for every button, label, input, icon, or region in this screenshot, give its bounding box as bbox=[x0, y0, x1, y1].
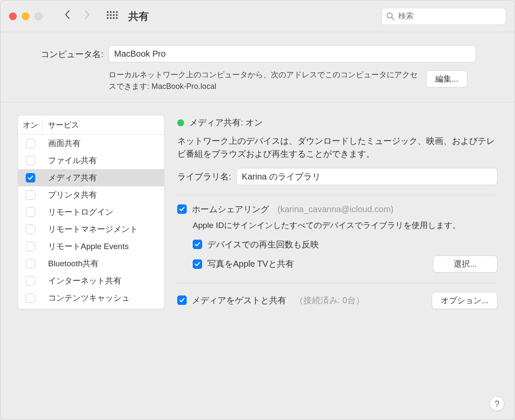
search-icon bbox=[386, 12, 395, 21]
service-checkbox[interactable] bbox=[26, 173, 35, 183]
help-button[interactable]: ? bbox=[490, 396, 504, 411]
status-text: メディア共有: オン bbox=[189, 117, 263, 128]
titlebar: 共有 bbox=[0, 0, 515, 32]
service-name: プリンタ共有 bbox=[43, 189, 97, 201]
service-row[interactable]: 画面共有 bbox=[18, 135, 164, 152]
service-name: リモートマネージメント bbox=[43, 224, 138, 235]
home-sharing-desc: Apple IDにサインインしたすべてのデバイスでライブラリを使用します。 bbox=[193, 219, 497, 232]
photos-appletv-checkbox[interactable] bbox=[193, 259, 202, 269]
home-sharing-account: (karina_cavanna@icloud.com) bbox=[278, 204, 394, 214]
pane-title: 共有 bbox=[128, 9, 149, 23]
options-button[interactable]: オプション... bbox=[432, 292, 497, 309]
service-name: ファイル共有 bbox=[43, 155, 97, 166]
library-name-field[interactable] bbox=[236, 168, 497, 185]
guest-sharing-label: メディアをゲストと共有 bbox=[192, 295, 286, 305]
service-checkbox[interactable] bbox=[26, 293, 35, 303]
service-row[interactable]: リモートログイン bbox=[18, 204, 164, 221]
guest-sharing-status: （接続済み: 0台） bbox=[295, 295, 364, 305]
close-window-button[interactable] bbox=[9, 12, 17, 20]
service-name: リモートApple Events bbox=[43, 241, 129, 252]
search-box[interactable] bbox=[382, 8, 506, 25]
main-section: オン サービス 画面共有ファイル共有メディア共有プリンタ共有リモートログインリモ… bbox=[0, 102, 515, 322]
search-input[interactable] bbox=[398, 12, 501, 21]
service-checkbox[interactable] bbox=[26, 139, 35, 148]
service-name: コンテンツキャッシュ bbox=[43, 292, 130, 304]
forward-button bbox=[84, 9, 91, 23]
home-sharing-label: ホームシェアリング bbox=[192, 204, 269, 214]
play-count-checkbox[interactable] bbox=[193, 240, 202, 249]
status-indicator-icon bbox=[177, 119, 184, 126]
divider bbox=[177, 195, 497, 195]
service-row[interactable]: ファイル共有 bbox=[18, 152, 164, 169]
col-service-header: サービス bbox=[43, 116, 84, 134]
edit-button[interactable]: 編集... bbox=[426, 70, 467, 88]
window-controls bbox=[9, 12, 42, 20]
select-button[interactable]: 選択... bbox=[433, 256, 497, 273]
service-row[interactable]: プリンタ共有 bbox=[18, 186, 164, 204]
nav-arrows bbox=[64, 9, 91, 23]
minimize-window-button[interactable] bbox=[22, 12, 30, 20]
col-on-header: オン bbox=[18, 116, 43, 134]
zoom-window-button bbox=[35, 12, 42, 20]
service-name: メディア共有 bbox=[43, 172, 97, 183]
service-name: インターネット共有 bbox=[43, 275, 121, 286]
service-row[interactable]: メディア共有 bbox=[18, 169, 164, 186]
service-list-header: オン サービス bbox=[18, 116, 164, 135]
service-name: リモートログイン bbox=[43, 207, 113, 218]
svg-point-0 bbox=[387, 13, 392, 18]
service-checkbox[interactable] bbox=[26, 259, 35, 268]
divider bbox=[177, 283, 497, 283]
guest-sharing-checkbox[interactable] bbox=[177, 295, 187, 305]
service-checkbox[interactable] bbox=[26, 190, 35, 200]
service-name: Bluetooth共有 bbox=[43, 258, 99, 269]
play-count-label: デバイスでの再生回数も反映 bbox=[207, 239, 319, 250]
service-row[interactable]: Bluetooth共有 bbox=[18, 255, 164, 272]
computer-name-section: コンピュータ名: ローカルネットワーク上のコンピュータから、次のアドレスでこのコ… bbox=[0, 32, 515, 102]
library-name-label: ライブラリ名: bbox=[177, 171, 231, 183]
service-checkbox[interactable] bbox=[26, 242, 35, 251]
service-checkbox[interactable] bbox=[26, 207, 35, 217]
local-address-desc: ローカルネットワーク上のコンピュータから、次のアドレスでこのコンピュータにアクセ… bbox=[109, 69, 418, 92]
detail-pane: メディア共有: オン ネットワーク上のデバイスは、ダウンロードしたミュージック、… bbox=[177, 115, 502, 309]
photos-appletv-label: 写真をApple TVと共有 bbox=[207, 258, 294, 270]
home-sharing-checkbox[interactable] bbox=[177, 204, 187, 214]
service-checkbox[interactable] bbox=[26, 225, 35, 234]
show-all-icon[interactable] bbox=[107, 11, 117, 21]
sharing-prefs-window: 共有 コンピュータ名: ローカルネットワーク上のコンピュータから、次のアドレスで… bbox=[0, 0, 515, 420]
service-row[interactable]: リモートApple Events bbox=[18, 238, 164, 255]
svg-line-1 bbox=[392, 18, 394, 20]
service-name: 画面共有 bbox=[43, 138, 81, 149]
service-row[interactable]: リモートマネージメント bbox=[18, 221, 164, 238]
computer-name-field[interactable] bbox=[109, 45, 476, 62]
service-description: ネットワーク上のデバイスは、ダウンロードしたミュージック、映画、およびテレビ番組… bbox=[177, 134, 497, 160]
service-row[interactable]: インターネット共有 bbox=[18, 272, 164, 289]
service-checkbox[interactable] bbox=[26, 156, 35, 165]
back-button[interactable] bbox=[64, 9, 71, 23]
service-row[interactable]: コンテンツキャッシュ bbox=[18, 289, 164, 307]
service-checkbox[interactable] bbox=[26, 276, 35, 286]
service-list: オン サービス 画面共有ファイル共有メディア共有プリンタ共有リモートログインリモ… bbox=[18, 115, 164, 309]
computer-name-label: コンピュータ名: bbox=[26, 45, 103, 60]
